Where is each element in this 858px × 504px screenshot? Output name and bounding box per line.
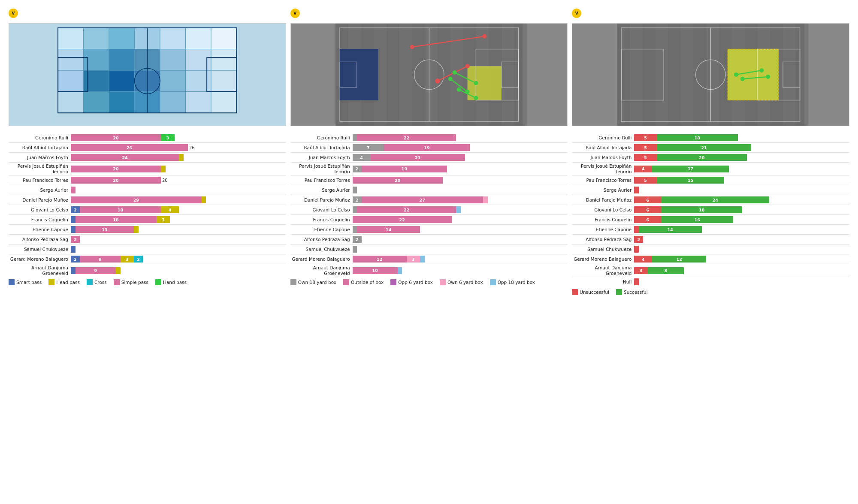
column-smart-passes: V [290, 9, 568, 495]
svg-rect-26 [160, 92, 186, 113]
bar-area [634, 278, 849, 286]
bar-segment [134, 226, 139, 233]
bar-area: 123 [353, 255, 568, 263]
legend-item: Successful [616, 289, 648, 295]
legend-color [390, 279, 396, 285]
bar-segment: 2 [71, 236, 80, 243]
bar-segment-red [634, 278, 639, 285]
bar-segment-red: 6 [634, 216, 661, 223]
pass-type-row: Francis Coquelin183 [9, 216, 286, 223]
bar-segment: 19 [362, 166, 447, 172]
pass-outcome-row: Alfonso Pedraza Sag2 [572, 235, 849, 243]
pass-type-row: Samuel Chukwueze [9, 245, 286, 253]
player-label: Francis Coquelin [572, 217, 634, 223]
bar-segment: 20 [71, 134, 161, 141]
legend-label: Smart pass [16, 280, 42, 285]
pass-ending-section: Gerónimo Rulli22Raúl Albiol Tortajada719… [290, 130, 568, 495]
bar-area: 618 [634, 206, 849, 214]
bar-segment-red [634, 226, 639, 233]
pass-outcome-row: Gerard Moreno Balaguero412 [572, 255, 849, 263]
pass-type-title [9, 130, 286, 134]
pass-type-row: Gerónimo Rulli203 [9, 134, 286, 142]
pass-ending-row: Gerónimo Rulli22 [290, 134, 568, 142]
bar-segment-green: 15 [657, 177, 725, 184]
svg-point-62 [435, 78, 440, 84]
bar-segment: 2 [71, 256, 80, 263]
player-label: Gerónimo Rulli [290, 135, 353, 141]
pass-zones-title: V [9, 9, 286, 18]
villarreal-logo-2: V [290, 9, 300, 18]
bar-segment [483, 196, 488, 203]
player-label: Daniel Parejo Muñoz [572, 197, 634, 203]
svg-rect-17 [109, 70, 135, 92]
svg-rect-24 [109, 92, 135, 113]
pass-type-row: Etienne Capoue13 [9, 226, 286, 233]
svg-rect-19 [160, 70, 186, 92]
bar-area [634, 245, 849, 253]
smart-passes-svg [291, 24, 568, 126]
pass-outcome-row: Pervis Josué Estupiñán Tenorio417 [572, 163, 849, 174]
player-label: Gerónimo Rulli [572, 135, 634, 141]
pass-ending-row: Juan Marcos Foyth421 [290, 154, 568, 161]
bar-segment-green: 24 [661, 196, 769, 203]
bar-segment [456, 206, 461, 213]
crosses-title: V [572, 9, 849, 18]
bar-segment: 21 [371, 154, 465, 161]
bar-segment-green: 8 [648, 267, 684, 274]
bar-segment [179, 154, 184, 161]
bar-segment [353, 187, 357, 193]
player-label: Serge Aurier [290, 187, 353, 193]
legend-label: Unsuccessful [580, 290, 609, 295]
bar-segment [353, 134, 357, 141]
bar-segment-red: 3 [634, 267, 648, 274]
bar-segment-red [634, 187, 639, 193]
bar-segment-green: 18 [657, 134, 738, 141]
svg-rect-21 [211, 70, 237, 92]
bar-segment-green: 16 [661, 216, 733, 223]
bar-segment [71, 216, 76, 223]
pass-outcome-row: Etienne Capoue14 [572, 226, 849, 233]
player-label: Giovani Lo Celso [572, 207, 634, 213]
bar-segment: 2 [353, 196, 362, 203]
player-label: Francis Coquelin [290, 217, 353, 223]
pass-outcome-row: Null [572, 278, 849, 286]
bar-area: 38 [634, 267, 849, 275]
player-label: Samuel Chukwueze [572, 247, 634, 252]
bar-segment: 3 [161, 134, 175, 141]
bar-area: 227 [353, 196, 568, 204]
pass-outcome-row: Raúl Albiol Tortajada521 [572, 144, 849, 151]
bar-segment: 10 [353, 267, 398, 274]
pass-type-row: Alfonso Pedraza Sag2 [9, 235, 286, 243]
player-label: Giovani Lo Celso [290, 207, 353, 213]
pass-ending-row: Serge Aurier [290, 186, 568, 194]
pass-ending-row: Pervis Josué Estupiñán Tenorio219 [290, 163, 568, 174]
player-label: Gerard Moreno Balaguero [290, 257, 353, 262]
player-label: Giovani Lo Celso [9, 207, 71, 213]
player-label: Gerard Moreno Balaguero [9, 257, 71, 262]
pass-ending-row: Daniel Parejo Muñoz227 [290, 196, 568, 204]
bar-segment: 22 [357, 134, 456, 141]
player-label: Pervis Josué Estupiñán Tenorio [9, 163, 71, 174]
bar-area: 183 [71, 216, 286, 223]
pass-zones-svg [9, 24, 286, 126]
svg-rect-69 [668, 24, 681, 126]
pass-outcome-row: Pau Francisco Torres515 [572, 176, 849, 184]
bar-area: 22 [353, 206, 568, 214]
pass-outcome-legend: UnsuccessfulSuccessful [572, 289, 849, 295]
bar-segment: 22 [357, 206, 456, 213]
pass-ending-title [290, 130, 568, 134]
bar-area: 9 [71, 267, 286, 275]
player-label: Alfonso Pedraza Sag [290, 237, 353, 242]
bar-segment-red: 5 [634, 134, 657, 141]
svg-point-54 [465, 64, 469, 68]
bar-segment [353, 206, 357, 213]
bar-segment: 29 [71, 196, 202, 203]
bar-segment: 12 [353, 256, 407, 263]
villarreal-logo-3: V [572, 9, 581, 18]
column-crosses: V [572, 9, 849, 495]
legend-label: Own 18 yard box [298, 280, 336, 285]
bar-segment [353, 246, 357, 253]
bar-area [353, 186, 568, 194]
svg-rect-5 [160, 28, 186, 49]
bar-segment: 13 [76, 226, 134, 233]
